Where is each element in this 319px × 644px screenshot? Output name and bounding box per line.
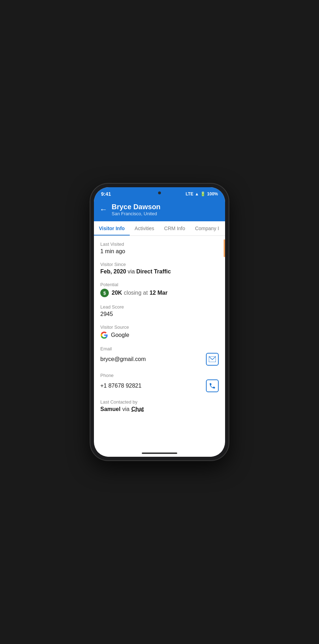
dollar-icon: $ bbox=[100, 289, 109, 297]
visitor-source-label: Visitor Source bbox=[100, 324, 219, 330]
potential-amount: 20K bbox=[112, 290, 122, 296]
status-icons: LTE ▲ 🔋 100% bbox=[186, 191, 218, 196]
battery-percent: 100% bbox=[207, 191, 218, 196]
visitor-source-value: Google bbox=[111, 332, 129, 338]
lead-score-value: 2945 bbox=[100, 311, 219, 317]
phone-label: Phone bbox=[100, 373, 219, 378]
potential-row: $ 20K closing at 12 Mar bbox=[100, 289, 219, 297]
visitor-since-section: Visitor Since Feb, 2020 via Direct Traff… bbox=[100, 262, 219, 275]
source-row: Google bbox=[100, 331, 219, 339]
potential-label: Potential bbox=[100, 282, 219, 287]
tab-company-info[interactable]: Company I bbox=[190, 221, 224, 235]
google-icon bbox=[100, 331, 108, 339]
tab-visitor-info[interactable]: Visitor Info bbox=[94, 221, 130, 235]
status-time: 9:41 bbox=[101, 191, 111, 197]
email-button[interactable] bbox=[206, 353, 219, 366]
last-contacted-channel[interactable]: Chat bbox=[131, 406, 144, 412]
lead-score-section: Lead Score 2945 bbox=[100, 304, 219, 317]
potential-text: 20K closing at 12 Mar bbox=[112, 290, 168, 296]
back-button[interactable]: ← bbox=[100, 206, 107, 213]
potential-section: Potential $ 20K closing at 12 Mar bbox=[100, 282, 219, 297]
contact-name: Bryce Dawson bbox=[112, 203, 161, 211]
last-contacted-label: Last Contacted by bbox=[100, 399, 219, 405]
visitor-since-value: Feb, 2020 via Direct Traffic bbox=[100, 268, 219, 275]
phone-button[interactable] bbox=[206, 379, 219, 392]
last-visited-label: Last Visited bbox=[100, 242, 219, 247]
mail-icon bbox=[209, 356, 216, 362]
last-contacted-section: Last Contacted by Samuel via Chat bbox=[100, 399, 219, 412]
email-section: Email bryce@gmail.com bbox=[100, 346, 219, 366]
visitor-info-content: Last Visited 1 min ago Visitor Since Feb… bbox=[94, 236, 225, 450]
visitor-since-date: Feb, 2020 bbox=[100, 268, 126, 275]
contact-location: San Francisco, United bbox=[112, 211, 161, 216]
visitor-since-label: Visitor Since bbox=[100, 262, 219, 267]
email-row: bryce@gmail.com bbox=[100, 353, 219, 366]
last-visited-value: 1 min ago bbox=[100, 248, 219, 255]
lte-label: LTE bbox=[186, 191, 194, 196]
lead-score-label: Lead Score bbox=[100, 304, 219, 310]
header: ← Bryce Dawson San Francisco, United bbox=[94, 200, 225, 221]
visitor-since-source: Direct Traffic bbox=[136, 268, 171, 275]
last-contacted-via: via bbox=[122, 406, 129, 412]
tab-activities[interactable]: Activities bbox=[130, 221, 159, 235]
potential-closing: closing at bbox=[124, 290, 148, 296]
phone-row: +1 87678 92821 bbox=[100, 379, 219, 392]
bottom-bar bbox=[94, 450, 225, 457]
email-label: Email bbox=[100, 346, 219, 351]
potential-date: 12 Mar bbox=[150, 290, 168, 296]
tab-crm-info[interactable]: CRM Info bbox=[159, 221, 190, 235]
phone-icon bbox=[209, 382, 216, 389]
scroll-indicator bbox=[224, 239, 225, 257]
visitor-source-section: Visitor Source Google bbox=[100, 324, 219, 339]
last-contacted-name: Samuel bbox=[100, 406, 121, 412]
email-value: bryce@gmail.com bbox=[100, 356, 146, 362]
last-contacted-value: Samuel via Chat bbox=[100, 406, 219, 412]
visitor-since-via: via bbox=[128, 268, 135, 275]
phone-value: +1 87678 92821 bbox=[100, 383, 141, 389]
tabs-container: Visitor Info Activities CRM Info Company… bbox=[94, 221, 225, 236]
phone-section: Phone +1 87678 92821 bbox=[100, 373, 219, 392]
header-info: Bryce Dawson San Francisco, United bbox=[112, 203, 161, 216]
last-visited-section: Last Visited 1 min ago bbox=[100, 242, 219, 255]
signal-icon: ▲ bbox=[195, 191, 199, 196]
battery-icon: 🔋 bbox=[200, 191, 206, 196]
home-indicator bbox=[142, 453, 177, 454]
